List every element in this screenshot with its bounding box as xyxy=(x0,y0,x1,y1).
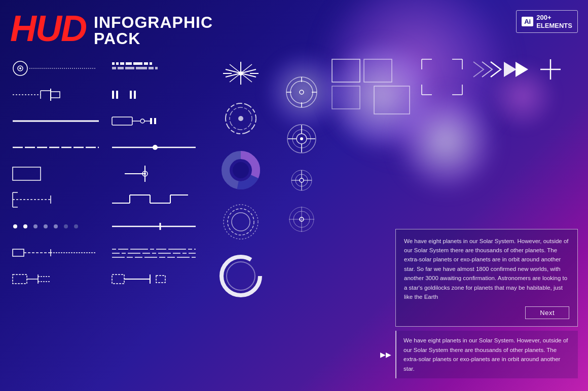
svg-point-116 xyxy=(300,178,304,182)
target1-svg xyxy=(284,74,319,110)
hud-spinner-ring xyxy=(220,202,261,244)
svg-rect-40 xyxy=(150,62,152,65)
svg-point-84 xyxy=(239,71,243,75)
hud-element-rectangle xyxy=(10,162,103,185)
hud-element-pixel-pattern xyxy=(109,57,203,80)
dashed-line-svg xyxy=(10,140,101,155)
node-line-svg xyxy=(109,138,201,157)
svg-point-113 xyxy=(300,137,303,140)
svg-point-100 xyxy=(290,81,313,103)
hud-target-2 xyxy=(284,121,319,159)
svg-rect-38 xyxy=(133,62,142,65)
hud-element-slider xyxy=(109,215,203,238)
icon-column-1 xyxy=(10,54,103,378)
svg-rect-42 xyxy=(118,67,124,69)
info-box-2-text: We have eight planets in our Solar Syste… xyxy=(403,336,571,373)
svg-rect-35 xyxy=(116,62,119,65)
left-icons-panel xyxy=(10,54,203,378)
spinner-ring-svg xyxy=(220,202,261,242)
hud-element-step-connectors xyxy=(109,188,203,211)
svg-rect-127 xyxy=(364,59,392,82)
hud-element-box-arrows xyxy=(109,267,203,290)
svg-rect-43 xyxy=(125,67,134,69)
geometric-elements xyxy=(329,54,578,118)
t-connector-svg xyxy=(109,162,201,186)
svg-point-58 xyxy=(153,145,158,150)
hud-target-3 xyxy=(289,168,314,195)
hud-element-long-dash xyxy=(10,109,103,132)
corner-brackets-svg xyxy=(419,57,465,97)
svg-point-94 xyxy=(224,205,258,239)
large-ring-svg xyxy=(218,253,264,299)
slider-svg xyxy=(109,219,201,234)
capsule-dots-svg xyxy=(109,112,201,130)
svg-rect-44 xyxy=(136,67,147,69)
right-panel: We have eight planets in our Solar Syste… xyxy=(329,54,578,378)
info-panel-2: ▶▶ We have eight planets in our Solar Sy… xyxy=(395,331,578,378)
svg-rect-129 xyxy=(332,86,360,109)
svg-point-23 xyxy=(64,224,68,228)
bracket-left-svg xyxy=(10,188,101,211)
ai-icon: Ai xyxy=(522,17,533,26)
svg-point-97 xyxy=(222,257,260,295)
ai-badge: Ai 200+ ELEMENTS xyxy=(516,10,578,33)
hud-element-node-line xyxy=(109,136,203,159)
hud-element-box-connector xyxy=(10,241,103,264)
svg-rect-34 xyxy=(112,62,115,65)
svg-rect-55 xyxy=(150,118,152,124)
hud-element-vertical-bars xyxy=(109,83,203,106)
svg-point-93 xyxy=(233,162,249,178)
svg-rect-45 xyxy=(149,67,154,69)
svg-rect-41 xyxy=(112,67,116,69)
rectangles-group-svg xyxy=(329,57,413,118)
long-dash-svg xyxy=(10,113,101,129)
svg-point-21 xyxy=(44,224,48,228)
title-line2: PACK xyxy=(94,30,213,47)
hud-element-dashed-rect xyxy=(10,267,103,290)
box-arrows-svg xyxy=(109,269,201,289)
info-panel-1: We have eight planets in our Solar Syste… xyxy=(395,229,578,327)
svg-rect-46 xyxy=(155,67,158,69)
hud-crosshair xyxy=(286,204,317,237)
hud-element-bracket-connector xyxy=(10,83,103,106)
target-column xyxy=(279,54,324,378)
crosshair-svg xyxy=(286,204,317,234)
dots-svg xyxy=(10,219,101,234)
svg-point-89 xyxy=(238,116,243,121)
header: HUD INFOGRAPHIC PACK Ai 200+ ELEMENTS xyxy=(10,10,578,47)
vertical-bars-svg xyxy=(109,85,201,105)
svg-marker-138 xyxy=(504,62,517,77)
svg-rect-51 xyxy=(112,117,132,125)
arrow-decoration: ▶▶ xyxy=(380,350,391,359)
hud-element-dots xyxy=(10,215,103,238)
svg-point-2 xyxy=(19,67,21,69)
hud-element-dashed-line xyxy=(10,136,103,159)
svg-rect-25 xyxy=(13,249,24,256)
svg-rect-12 xyxy=(13,167,41,180)
hud-large-ring xyxy=(218,253,264,301)
svg-rect-50 xyxy=(134,91,136,99)
plus-cross-svg xyxy=(538,57,563,82)
svg-rect-128 xyxy=(374,86,410,114)
arrow-chevrons-svg xyxy=(471,57,532,82)
svg-point-22 xyxy=(54,224,58,228)
hud-element-bracket-left xyxy=(10,188,103,211)
circle-target-svg xyxy=(10,58,101,79)
target2-svg xyxy=(284,121,319,157)
box-connector-svg xyxy=(10,243,101,262)
svg-rect-29 xyxy=(13,275,27,284)
hud-spinner-1 xyxy=(220,98,261,141)
spinner-column xyxy=(208,54,274,378)
pixel-pattern-svg xyxy=(109,58,201,79)
svg-rect-39 xyxy=(144,62,148,65)
donut-svg xyxy=(220,150,261,190)
icon-column-2 xyxy=(109,54,203,378)
next-button[interactable]: Next xyxy=(525,306,569,319)
info-box-2: We have eight planets in our Solar Syste… xyxy=(395,331,578,378)
next-button-row: Next xyxy=(404,306,569,319)
bracket-connector-svg xyxy=(10,85,101,105)
elements-label: 200+ ELEMENTS xyxy=(536,14,572,29)
dashed-rect-svg xyxy=(10,269,101,289)
info-box-1-text: We have eight planets in our Solar Syste… xyxy=(404,237,569,302)
svg-rect-47 xyxy=(112,91,114,99)
